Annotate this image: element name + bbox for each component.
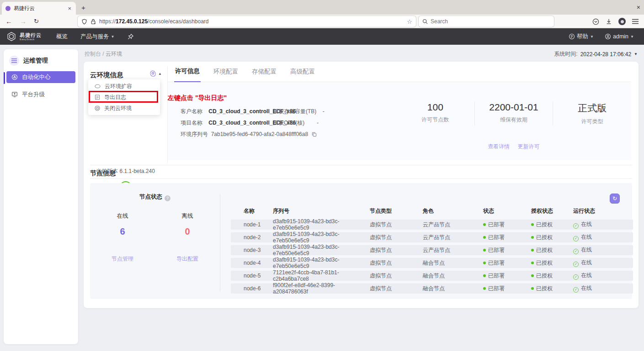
reload-icon[interactable]: ↻: [34, 18, 39, 25]
easystack-logo-icon: [6, 31, 16, 42]
env-info-title: 云环境信息: [90, 71, 123, 79]
online-count: 6: [90, 226, 155, 237]
divider: [90, 178, 632, 179]
offline-count: 0: [155, 226, 220, 237]
env-tabs: 许可信息 环境配置 存储配置 高级配置: [168, 62, 631, 82]
menu-item-env-expand[interactable]: 云环境扩容: [88, 81, 160, 92]
platform-upgrade-icon: [11, 91, 18, 98]
tab-storage-config[interactable]: 存储配置: [251, 62, 277, 82]
divider: [90, 165, 632, 165]
brand-subtitle: EasyStack: [20, 38, 42, 41]
account-icon[interactable]: [618, 18, 626, 25]
status-dot: [531, 287, 534, 290]
node-status-title: 节点状态?: [90, 193, 220, 201]
lock-warning-icon[interactable]: [90, 19, 96, 25]
stat-license-nodes: 100 许可节点数: [396, 102, 474, 126]
online-check-icon: ✓: [573, 262, 579, 267]
shield-icon[interactable]: [81, 19, 87, 25]
new-tab-button[interactable]: +: [81, 4, 85, 11]
nav-help[interactable]: 帮助 ▼: [565, 33, 597, 41]
update-license-link[interactable]: 更新许可: [518, 143, 540, 150]
status-dot: [483, 287, 486, 290]
browser-tab[interactable]: 易捷行云 ×: [2, 2, 76, 15]
online-check-icon: ✓: [573, 223, 579, 229]
table-row[interactable]: node-6 f900f2ef-e8df-46e2-8399-a20847860…: [231, 283, 633, 293]
search-input[interactable]: [431, 18, 536, 25]
status-dot: [531, 262, 534, 264]
menu-item-shutdown-env[interactable]: 关闭云环境: [88, 103, 160, 114]
breadcrumb-current: 云环境: [106, 51, 122, 57]
cpu-field: 授权CPU(核) -: [273, 119, 319, 127]
status-dot: [483, 249, 486, 251]
status-dot: [531, 249, 534, 251]
settings-gear-icon[interactable]: [149, 70, 156, 77]
refresh-button[interactable]: ↻: [610, 194, 620, 204]
window-close-icon[interactable]: ×: [637, 4, 640, 11]
storage-field: 授权存储容量(TB) -: [273, 108, 325, 115]
browser-tab-strip: 易捷行云 × + ×: [0, 0, 644, 15]
breadcrumb-root[interactable]: 控制台: [85, 51, 101, 57]
table-row[interactable]: node-3 d3afb915-1039-4a23-bd3c-e7eb50e6e…: [231, 245, 633, 255]
search-icon: [422, 19, 428, 24]
pocket-icon[interactable]: [592, 18, 599, 25]
automation-center-icon: [11, 74, 18, 80]
url-text: https://172.45.0.125/console/ecas/dashbo…: [99, 18, 209, 25]
breadcrumb: 控制台 / 云环境: [85, 50, 122, 58]
stat-license-type: 正式版 许可类型: [553, 102, 631, 126]
nav-user[interactable]: admin ▼: [601, 33, 638, 40]
online-check-icon: ✓: [573, 274, 579, 280]
tab-title: 易捷行云: [14, 5, 64, 12]
export-config-link[interactable]: 导出配置: [155, 255, 220, 263]
tab-close-icon[interactable]: ×: [67, 5, 72, 12]
status-dot: [483, 223, 486, 226]
table-row[interactable]: node-4 d3afb915-1039-4a23-bd3c-e7eb50e6e…: [231, 258, 633, 268]
table-row[interactable]: node-1 d3afb915-1039-4a23-bd3c-e7eb50e6e…: [231, 220, 633, 230]
download-icon[interactable]: [606, 18, 612, 25]
online-check-icon: ✓: [573, 249, 579, 254]
table-row[interactable]: node-5 7121ee2f-4ccb-4ba7-81b1-c2b4a6ba7…: [231, 271, 633, 281]
favicon: [5, 6, 11, 11]
chevron-down-icon: ▼: [111, 35, 115, 39]
power-circle-icon: [95, 105, 100, 111]
sidebar: 运维管理 自动化中心 平台升级: [4, 49, 78, 344]
copy-icon[interactable]: [312, 132, 317, 137]
online-check-icon: ✓: [573, 287, 579, 293]
annotation-text: 左键点击 "导出日志": [168, 94, 227, 102]
menu-item-export-logs[interactable]: 导出日志: [88, 92, 160, 103]
chevron-down-icon: ▼: [590, 35, 594, 39]
sidebar-item-automation-center[interactable]: 自动化中心: [6, 71, 75, 83]
divider: [220, 194, 220, 292]
cloud-expand-icon: [95, 84, 101, 89]
node-panel: 节点状态? 在线 6 离线 0 节点管理 导出配置 ↻: [90, 183, 632, 299]
pin-icon[interactable]: [121, 33, 140, 40]
node-manage-link[interactable]: 节点管理: [90, 255, 155, 263]
online-stat: 在线 6: [90, 212, 155, 237]
offline-stat: 离线 0: [155, 212, 220, 237]
node-table: 名称 序列号 节点类型 角色 状态 授权状态 运行状态 node-1 d3afb…: [231, 205, 633, 293]
system-time-value: 2022-04-28 17:06:42: [580, 51, 631, 58]
tab-license-info[interactable]: 许可信息: [174, 62, 201, 82]
online-check-icon: ✓: [573, 236, 579, 241]
brand-name: 易捷行云: [20, 33, 42, 38]
status-dot: [531, 274, 534, 277]
url-bar[interactable]: https://172.45.0.125/console/ecas/dashbo…: [78, 16, 416, 27]
bookmark-star-icon[interactable]: ☆: [407, 18, 412, 25]
back-icon[interactable]: ←: [5, 17, 12, 25]
env-settings-menu: 云环境扩容 导出日志 关闭云环境: [88, 79, 160, 115]
help-question-icon[interactable]: ?: [165, 195, 170, 201]
menu-hamburger-icon[interactable]: [632, 19, 639, 24]
brand-logo[interactable]: 易捷行云 EasyStack: [0, 31, 50, 42]
collapse-arrow-icon[interactable]: ▲: [158, 72, 162, 76]
active-indicator: [4, 72, 5, 84]
tab-env-config[interactable]: 环境配置: [213, 62, 239, 82]
view-details-link[interactable]: 查看详情: [488, 143, 510, 150]
system-time[interactable]: 系统时间: 2022-04-28 17:06:42 ▼: [554, 50, 638, 58]
node-section-title: 节点信息: [90, 169, 116, 178]
status-dot: [483, 262, 486, 264]
nav-products[interactable]: 产品与服务 ▼: [74, 33, 121, 41]
nav-overview[interactable]: 概览: [50, 33, 74, 41]
search-bar[interactable]: [419, 16, 554, 27]
sidebar-item-platform-upgrade[interactable]: 平台升级: [6, 89, 75, 100]
table-row[interactable]: node-2 d3afb915-1039-4a23-bd3c-e7eb50e6e…: [231, 232, 633, 242]
tab-advanced-config[interactable]: 高级配置: [289, 62, 316, 82]
